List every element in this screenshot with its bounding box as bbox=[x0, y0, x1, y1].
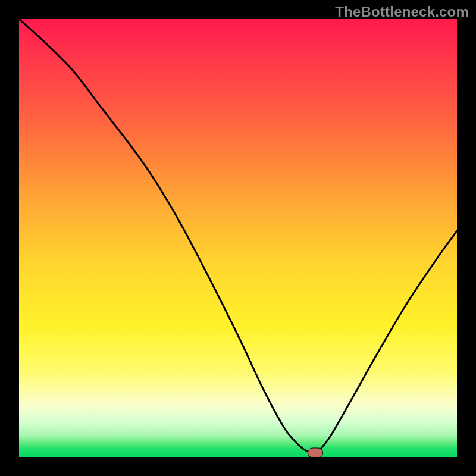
curve-svg bbox=[19, 19, 457, 457]
watermark-text: TheBottleneck.com bbox=[335, 4, 469, 20]
chart-frame: TheBottleneck.com bbox=[0, 0, 476, 476]
bottleneck-curve bbox=[19, 19, 457, 453]
plot-area bbox=[19, 19, 457, 457]
optimal-marker bbox=[308, 448, 323, 458]
